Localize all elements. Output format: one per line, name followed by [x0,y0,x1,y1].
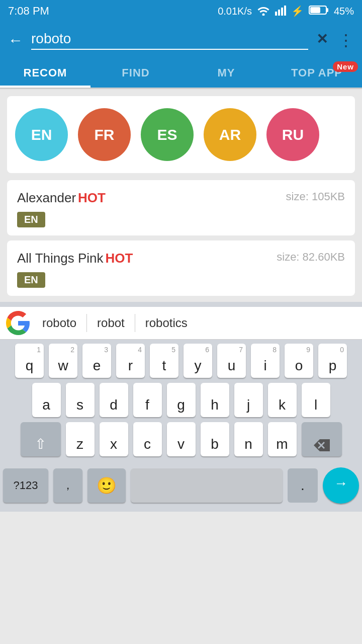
search-bar: ← roboto ✕ ⋮ [0,22,362,58]
key-w[interactable]: 2w [49,344,77,378]
svg-rect-1 [275,12,277,16]
signal-icon [275,5,286,18]
more-button[interactable]: ⋮ [338,31,354,50]
tab-bar: RECOM FIND MY TOP APP New [0,58,362,89]
font-lang-1: EN [17,212,45,227]
bottom-row: ?123 ， 🙂 . → [0,465,362,512]
key-row-2: a s d f g h j k l [3,383,359,417]
network-speed: 0.01K/s [218,6,252,17]
key-d[interactable]: d [100,383,128,417]
shift-key[interactable]: ⇧ [21,422,61,456]
key-i[interactable]: 8i [251,344,280,378]
lang-fr[interactable]: FR [78,108,131,161]
svg-rect-4 [284,6,286,16]
key-e[interactable]: 3e [82,344,111,378]
key-f[interactable]: f [133,383,162,417]
key-c[interactable]: c [133,422,162,456]
keyboard-rows: 1q 2w 3e 4r 5t 6y 7u 8i 9o 0p a s d f g … [0,340,362,465]
new-badge: New [333,61,358,72]
hot-label-2: HOT [106,251,133,266]
suggestion-3[interactable]: robotics [141,316,192,330]
numbers-key[interactable]: ?123 [3,468,48,503]
status-time: 7:08 PM [8,5,49,18]
font-list: AlexanderHOT size: 105KB EN All Things P… [7,180,355,296]
svg-rect-3 [281,8,283,16]
search-query: roboto [31,31,71,46]
key-r[interactable]: 4r [116,344,145,378]
font-name-2: All Things Pink [17,251,104,266]
key-q[interactable]: 1q [15,344,44,378]
hot-label-1: HOT [78,190,106,205]
battery-icon [309,5,329,18]
space-key[interactable] [131,468,283,503]
svg-rect-7 [310,7,320,13]
tab-find[interactable]: FIND [90,58,181,88]
key-l[interactable]: l [302,383,330,417]
font-item-allthingspink[interactable]: All Things PinkHOT size: 82.60KB EN [7,240,355,296]
key-s[interactable]: s [66,383,95,417]
suggestion-1[interactable]: roboto [38,316,80,330]
font-name-1: Alexander [17,190,76,205]
svg-rect-2 [278,10,280,16]
emoji-key[interactable]: 🙂 [87,468,126,503]
wifi-icon [257,5,270,18]
font-size-2: size: 82.60KB [277,251,345,264]
key-z[interactable]: z [66,422,95,456]
language-section: EN FR ES AR RU [7,96,355,173]
keyboard: roboto robot robotics 1q 2w 3e 4r 5t 6y … [0,302,362,512]
key-n[interactable]: n [234,422,263,456]
tab-my[interactable]: MY [181,58,272,88]
key-row-3: ⇧ z x c v b n m [3,422,359,456]
tab-recom[interactable]: RECOM [0,58,90,88]
key-h[interactable]: h [201,383,229,417]
key-a[interactable]: a [32,383,61,417]
battery-percent: 45% [334,6,354,17]
key-v[interactable]: v [167,422,196,456]
key-g[interactable]: g [167,383,196,417]
period-key[interactable]: . [288,468,318,503]
font-size-1: size: 105KB [286,190,345,203]
font-item-alexander[interactable]: AlexanderHOT size: 105KB EN [7,180,355,235]
lang-ar[interactable]: AR [204,108,256,161]
key-o[interactable]: 9o [285,344,313,378]
battery-bolt-icon: ⚡ [291,5,304,17]
key-b[interactable]: b [201,422,229,456]
suggestions-bar: roboto robot robotics [0,307,362,340]
key-x[interactable]: x [100,422,128,456]
search-input-wrap[interactable]: roboto [31,31,308,50]
key-y[interactable]: 6y [184,344,212,378]
key-k[interactable]: k [268,383,297,417]
enter-key[interactable]: → [323,467,359,504]
lang-es[interactable]: ES [141,108,194,161]
key-m[interactable]: m [268,422,297,456]
backspace-key[interactable] [302,422,342,456]
key-u[interactable]: 7u [217,344,246,378]
tab-topapp[interactable]: TOP APP New [272,58,362,88]
status-bar: 7:08 PM 0.01K/s ⚡ [0,0,362,22]
google-logo [6,311,30,335]
lang-ru[interactable]: RU [266,108,319,161]
svg-point-0 [262,13,264,16]
back-button[interactable]: ← [8,32,23,49]
key-j[interactable]: j [234,383,263,417]
lang-en[interactable]: EN [15,108,68,161]
svg-rect-6 [326,8,328,12]
font-lang-2: EN [17,272,45,288]
status-right: 0.01K/s ⚡ [218,5,354,18]
key-t[interactable]: 5t [150,344,178,378]
key-p[interactable]: 0p [318,344,347,378]
key-row-1: 1q 2w 3e 4r 5t 6y 7u 8i 9o 0p [3,344,359,378]
suggestion-2[interactable]: robot [93,316,129,330]
clear-button[interactable]: ✕ [316,31,328,50]
search-actions: ✕ ⋮ [316,31,354,50]
comma-key[interactable]: ， [53,468,82,503]
